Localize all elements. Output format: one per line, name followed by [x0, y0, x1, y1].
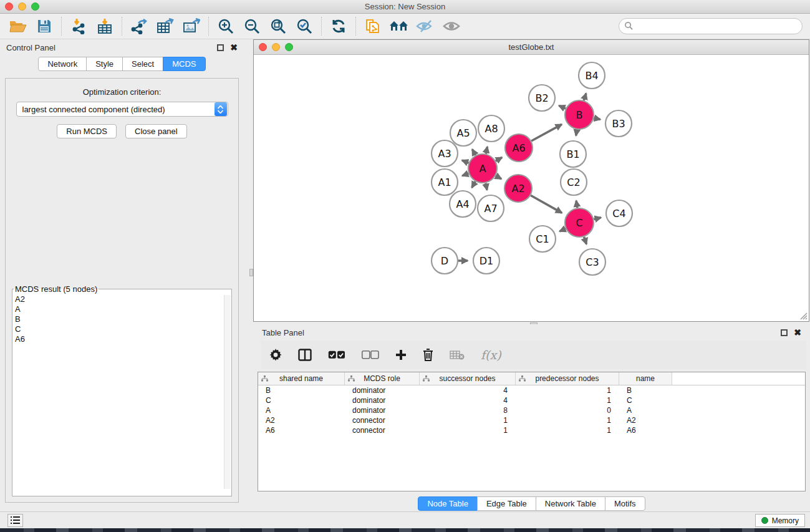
- tab-mcds[interactable]: MCDS: [163, 57, 205, 71]
- search-input[interactable]: [619, 18, 803, 34]
- edge-A-A3[interactable]: [462, 160, 469, 163]
- edge-A-A2[interactable]: [496, 176, 501, 179]
- tab-node-table[interactable]: Node Table: [418, 496, 478, 511]
- minimize-window-button[interactable]: [18, 2, 26, 11]
- network-maximize-button[interactable]: [285, 43, 293, 51]
- cell-successor-nodes[interactable]: 4: [420, 396, 516, 405]
- zoom-selected-icon[interactable]: [294, 17, 315, 36]
- cell-name[interactable]: A: [619, 406, 672, 415]
- cell-predecessor-nodes[interactable]: 1: [516, 396, 619, 405]
- task-history-button[interactable]: [7, 514, 23, 527]
- import-table-icon[interactable]: [94, 17, 115, 36]
- cell-predecessor-nodes[interactable]: 1: [516, 416, 619, 425]
- cell-MCDS-role[interactable]: connector: [345, 416, 420, 425]
- table-row[interactable]: Bdominator41B: [258, 385, 805, 395]
- edge-B-B4[interactable]: [584, 94, 586, 101]
- edge-B-B3[interactable]: [594, 118, 600, 119]
- splitter-handle[interactable]: [249, 269, 253, 276]
- edge-C-C1[interactable]: [559, 229, 566, 231]
- mcds-result-item[interactable]: A2: [15, 294, 231, 304]
- cell-successor-nodes[interactable]: 1: [420, 416, 516, 425]
- function-builder-icon[interactable]: f(x): [481, 348, 501, 362]
- edge-A-A1[interactable]: [462, 173, 468, 176]
- cell-name[interactable]: C: [619, 396, 672, 405]
- edge-A2-C[interactable]: [531, 195, 562, 213]
- save-session-icon[interactable]: [34, 17, 55, 36]
- add-column-icon[interactable]: [395, 349, 407, 360]
- cell-name[interactable]: B: [619, 386, 672, 395]
- delete-table-icon[interactable]: [450, 350, 465, 360]
- hide-selected-icon[interactable]: [415, 17, 436, 36]
- zoom-in-icon[interactable]: [215, 17, 236, 36]
- edge-A-A4[interactable]: [472, 181, 476, 188]
- run-mcds-button[interactable]: Run MCDS: [57, 124, 117, 138]
- cell-shared-name[interactable]: B: [258, 386, 345, 395]
- cell-shared-name[interactable]: A: [258, 406, 345, 415]
- tab-edge-table[interactable]: Edge Table: [477, 496, 536, 511]
- close-panel-button[interactable]: Close panel: [125, 124, 187, 138]
- column-header-successor-nodes[interactable]: successor nodes: [420, 372, 516, 385]
- cell-shared-name[interactable]: C: [258, 396, 345, 405]
- result-scrollbar[interactable]: [224, 295, 231, 489]
- maximize-window-button[interactable]: [31, 2, 39, 11]
- edge-A-A8[interactable]: [486, 147, 487, 153]
- home-layout-icon[interactable]: [388, 17, 410, 36]
- edge-A-A5[interactable]: [472, 149, 475, 155]
- tab-motifs[interactable]: Motifs: [605, 496, 645, 511]
- deselect-all-icon[interactable]: [362, 351, 379, 359]
- export-image-icon[interactable]: [181, 17, 202, 36]
- edge-C-C4[interactable]: [594, 218, 600, 220]
- memory-button[interactable]: Memory: [755, 514, 805, 527]
- column-header-MCDS-role[interactable]: MCDS role: [345, 372, 420, 385]
- cell-name[interactable]: A2: [619, 416, 672, 425]
- tab-network[interactable]: Network: [38, 57, 87, 71]
- cell-successor-nodes[interactable]: 1: [420, 426, 516, 435]
- cell-shared-name[interactable]: A2: [258, 416, 345, 425]
- mcds-result-list[interactable]: A2ABCA6: [12, 294, 231, 496]
- cell-MCDS-role[interactable]: connector: [345, 426, 420, 435]
- mcds-result-item[interactable]: B: [15, 314, 231, 324]
- close-table-panel-icon[interactable]: ✖: [794, 329, 801, 336]
- show-all-icon[interactable]: [441, 17, 462, 36]
- table-row[interactable]: Adominator80A: [258, 405, 805, 415]
- network-window-titlebar[interactable]: testGlobe.txt: [254, 40, 809, 55]
- cell-predecessor-nodes[interactable]: 1: [516, 426, 619, 435]
- cell-MCDS-role[interactable]: dominator: [345, 386, 420, 395]
- mcds-result-item[interactable]: A6: [15, 334, 231, 344]
- edge-B-B1[interactable]: [576, 130, 577, 136]
- tab-select[interactable]: Select: [122, 57, 163, 71]
- edge-A-A6[interactable]: [496, 157, 502, 161]
- tab-style[interactable]: Style: [86, 57, 123, 71]
- edge-A6-B[interactable]: [531, 124, 562, 141]
- cell-shared-name[interactable]: A6: [258, 426, 345, 435]
- cell-predecessor-nodes[interactable]: 0: [516, 406, 619, 415]
- open-file-icon[interactable]: [7, 17, 29, 36]
- import-network-icon[interactable]: [68, 17, 89, 36]
- cell-MCDS-role[interactable]: dominator: [345, 396, 420, 405]
- cell-MCDS-role[interactable]: dominator: [345, 406, 420, 415]
- close-window-button[interactable]: [5, 2, 13, 11]
- table-row[interactable]: A6connector11A6: [258, 425, 805, 435]
- cell-successor-nodes[interactable]: 8: [420, 406, 516, 415]
- edge-C-C2[interactable]: [576, 201, 577, 208]
- cell-predecessor-nodes[interactable]: 1: [516, 386, 619, 395]
- column-header-name[interactable]: name: [619, 372, 672, 385]
- gear-icon[interactable]: [269, 349, 282, 361]
- delete-icon[interactable]: [423, 349, 433, 361]
- edge-A-A7[interactable]: [486, 183, 487, 190]
- close-panel-icon[interactable]: ✖: [230, 44, 238, 51]
- table-row[interactable]: Cdominator41C: [258, 395, 805, 405]
- column-header-shared-name[interactable]: shared name: [258, 372, 345, 385]
- network-close-button[interactable]: [259, 43, 267, 51]
- edge-C-C3[interactable]: [584, 237, 587, 244]
- zoom-fit-icon[interactable]: [268, 17, 289, 36]
- cell-name[interactable]: A6: [619, 426, 672, 435]
- network-canvas[interactable]: B4B2BB3B1A5A8A6A3AA1A2C2A4A7C4CC1C3DD1: [254, 55, 809, 321]
- export-table-icon[interactable]: [155, 17, 176, 36]
- column-layout-icon[interactable]: [298, 349, 312, 361]
- refresh-icon[interactable]: [328, 17, 349, 36]
- network-graph[interactable]: B4B2BB3B1A5A8A6A3AA1A2C2A4A7C4CC1C3DD1: [254, 55, 809, 321]
- criterion-dropdown[interactable]: largest connected component (directed): [16, 102, 228, 117]
- zoom-out-icon[interactable]: [241, 17, 263, 36]
- resize-grip-icon[interactable]: [799, 311, 808, 320]
